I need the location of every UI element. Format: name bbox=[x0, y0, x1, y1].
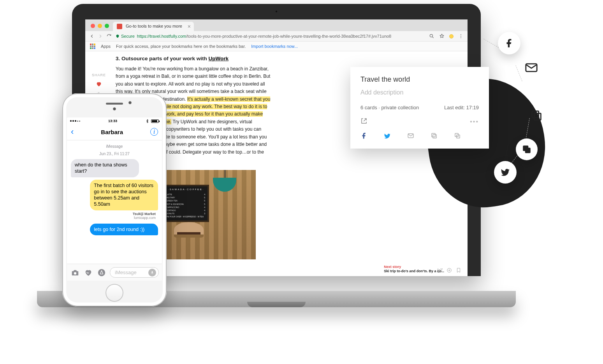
link-copy-icon[interactable] bbox=[454, 132, 461, 141]
chalkboard-title: · S A W A D A · C O F F E E · bbox=[164, 186, 207, 193]
app-store-icon[interactable] bbox=[97, 268, 107, 278]
message-input-bar: iMessage bbox=[67, 264, 162, 281]
nav-buttons[interactable] bbox=[89, 33, 112, 39]
home-button[interactable] bbox=[105, 284, 123, 302]
close-icon[interactable]: × bbox=[188, 23, 191, 30]
heart-icon[interactable] bbox=[96, 81, 102, 88]
svg-rect-18 bbox=[152, 271, 153, 273]
laptop-notch bbox=[247, 302, 306, 307]
browser-tab-strip: Go-to tools to make you more × bbox=[85, 19, 468, 31]
lamp-icon bbox=[209, 170, 240, 192]
twitter-icon[interactable] bbox=[494, 161, 517, 184]
collection-cards-info: 6 cards · private collection bbox=[360, 105, 419, 110]
mail-icon[interactable] bbox=[407, 132, 414, 141]
next-story-title: Ski trip to-do's and don'ts. By a co... bbox=[384, 269, 444, 274]
facebook-icon[interactable] bbox=[498, 32, 520, 54]
laptop-camera-icon bbox=[275, 10, 278, 13]
input-placeholder: iMessage bbox=[115, 270, 137, 275]
twitter-icon[interactable] bbox=[384, 132, 391, 141]
svg-rect-1 bbox=[534, 113, 541, 120]
phone-camera-icon bbox=[113, 107, 116, 110]
share-label: SHARE bbox=[92, 73, 106, 77]
camera-icon[interactable] bbox=[70, 268, 80, 278]
svg-rect-12 bbox=[433, 135, 436, 138]
forward-icon[interactable] bbox=[98, 33, 103, 39]
message-date-label: Jun 23., Fri 11:27 bbox=[71, 152, 158, 156]
status-time: 13:33 bbox=[108, 119, 117, 123]
phone-screen: 13:33 ‹ Barbara i iMessage Jun 23., Fri … bbox=[67, 117, 162, 281]
battery-icon bbox=[151, 119, 159, 123]
message-highlighted[interactable]: The first batch of 60 visitors go in to … bbox=[90, 180, 158, 210]
open-external-icon[interactable] bbox=[360, 117, 367, 126]
link-copy-icon[interactable] bbox=[516, 138, 538, 160]
svg-rect-4 bbox=[523, 146, 528, 150]
message-service-label: iMessage bbox=[71, 144, 158, 149]
microphone-icon[interactable] bbox=[148, 269, 156, 276]
browser-tab[interactable]: Go-to tools to make you more × bbox=[113, 22, 194, 31]
bookmarks-bar: Apps For quick access, place your bookma… bbox=[85, 42, 468, 51]
collection-description-input[interactable]: Add description bbox=[360, 89, 479, 96]
bookmark-icon[interactable] bbox=[456, 268, 461, 274]
chalkboard-menu: · S A W A D A · C O F F E E · LATTE4 MIL… bbox=[162, 185, 209, 222]
message-incoming: when do the tuna shows start? bbox=[71, 159, 139, 177]
message-source[interactable]: Tsukiji Marketlumioapp.com bbox=[71, 212, 156, 220]
facebook-icon[interactable] bbox=[360, 132, 367, 141]
bluetooth-icon bbox=[145, 119, 149, 123]
digital-touch-icon[interactable] bbox=[83, 268, 93, 278]
svg-rect-13 bbox=[432, 133, 435, 137]
contact-name[interactable]: Barbara bbox=[101, 129, 123, 135]
import-bookmarks-link[interactable]: Import bookmarks now... bbox=[251, 44, 298, 49]
bookmarks-hint: For quick access, place your bookmarks h… bbox=[116, 44, 246, 49]
copy-icon[interactable] bbox=[431, 132, 438, 141]
url-text: https://travel.hostfully.com/tools-to-yo… bbox=[137, 34, 425, 38]
secure-badge: Secure bbox=[116, 34, 135, 38]
address-bar[interactable]: Secure https://travel.hostfully.com/tool… bbox=[116, 34, 425, 38]
share-more-icon[interactable] bbox=[447, 268, 452, 274]
status-bar: 13:33 bbox=[67, 117, 162, 124]
svg-rect-2 bbox=[532, 111, 539, 118]
copy-icon[interactable] bbox=[525, 104, 548, 127]
phone-sensor-icon bbox=[128, 101, 132, 104]
back-icon[interactable]: ‹ bbox=[71, 127, 74, 137]
collection-title: Travel the world bbox=[360, 75, 479, 84]
tab-favicon-icon bbox=[117, 24, 122, 29]
mail-icon[interactable] bbox=[521, 58, 541, 78]
next-story-label: Next story bbox=[384, 265, 444, 270]
collection-card: Travel the world Add description 6 cards… bbox=[350, 67, 489, 149]
window-controls[interactable] bbox=[88, 24, 113, 31]
svg-point-16 bbox=[74, 272, 76, 274]
apps-icon[interactable] bbox=[90, 44, 95, 49]
browser-toolbar: Secure https://travel.hostfully.com/tool… bbox=[85, 31, 468, 42]
next-story[interactable]: Next story Ski trip to-do's and don'ts. … bbox=[384, 265, 444, 274]
tab-title: Go-to tools to make you more bbox=[126, 24, 182, 28]
svg-point-5 bbox=[430, 34, 432, 37]
back-icon[interactable] bbox=[89, 33, 95, 39]
collection-last-edit: Last edit: 17:19 bbox=[444, 105, 479, 110]
reload-icon[interactable] bbox=[106, 33, 112, 39]
apps-label[interactable]: Apps bbox=[101, 44, 111, 49]
message-input[interactable]: iMessage bbox=[110, 267, 159, 278]
iphone-device: 13:33 ‹ Barbara i iMessage Jun 23., Fri … bbox=[62, 93, 167, 306]
phone-speaker-icon bbox=[106, 103, 123, 105]
article-heading: 3. Outsource parts of your work with UpW… bbox=[116, 54, 271, 63]
search-icon[interactable] bbox=[429, 33, 434, 39]
chat-header: ‹ Barbara i bbox=[67, 124, 162, 140]
upwork-link[interactable]: UpWork bbox=[209, 56, 229, 61]
messages-list[interactable]: iMessage Jun 23., Fri 11:27 when do the … bbox=[67, 140, 162, 264]
message-outgoing: lets go for 2nd round :)) bbox=[90, 224, 158, 235]
signal-icon bbox=[70, 120, 80, 122]
svg-point-17 bbox=[98, 269, 105, 276]
more-icon[interactable]: ••• bbox=[470, 118, 479, 125]
person-figure bbox=[174, 222, 204, 259]
info-icon[interactable]: i bbox=[150, 128, 158, 136]
